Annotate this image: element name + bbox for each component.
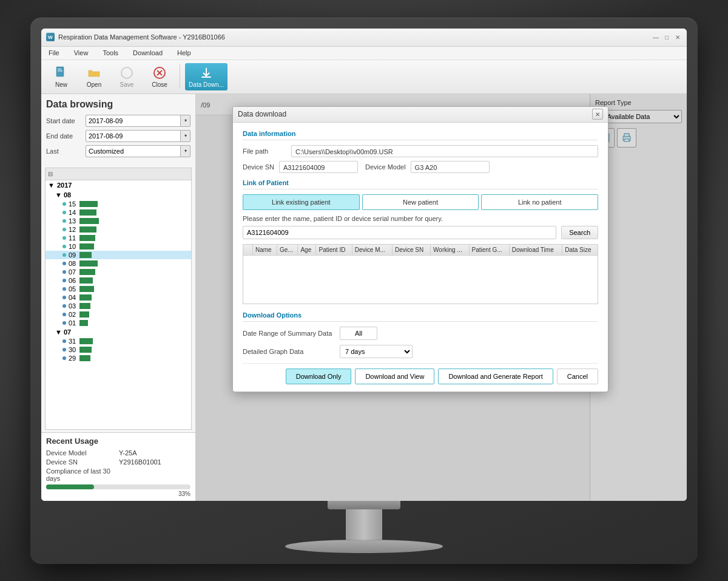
cancel-button[interactable]: Cancel [557, 369, 598, 384]
last-input[interactable] [86, 145, 181, 157]
minimize-button[interactable]: — [652, 33, 660, 41]
tree-day-01[interactable]: 01 [46, 319, 191, 327]
col-data-size[interactable]: Data Size [562, 244, 598, 255]
day-dot-31 [62, 339, 66, 343]
new-button[interactable]: New [46, 63, 76, 90]
tree-day-08[interactable]: 08 [46, 259, 191, 268]
open-label: Open [87, 81, 101, 88]
day-bar-09 [79, 252, 92, 258]
tree-day-05[interactable]: 05 [46, 285, 191, 293]
col-gender[interactable]: Ge... [277, 244, 298, 255]
day-dot-29 [62, 356, 66, 360]
day-bar-03 [79, 303, 90, 309]
col-age[interactable]: Age [298, 244, 316, 255]
save-icon [120, 66, 134, 80]
col-working[interactable]: Working ... [431, 244, 469, 255]
close-button[interactable]: Close [144, 63, 175, 90]
menu-help[interactable]: Help [175, 48, 194, 58]
day-bar-10 [79, 243, 94, 250]
tab-new-patient[interactable]: New patient [362, 194, 479, 210]
tree-day-02[interactable]: 02 [46, 310, 191, 319]
menu-tools[interactable]: Tools [100, 48, 121, 58]
tree-day-11[interactable]: 11 [46, 234, 191, 242]
start-date-arrow[interactable]: ▾ [181, 115, 190, 127]
tree-day-09[interactable]: 09 [46, 251, 191, 259]
day-dot-15 [62, 202, 66, 206]
day-dot-11 [62, 236, 66, 240]
day-dot-13 [62, 219, 66, 223]
tree-day-12[interactable]: 12 [46, 225, 191, 234]
patient-tabs: Link existing patient New patient Link n… [243, 194, 598, 210]
tree-day-04[interactable]: 04 [46, 293, 191, 302]
new-icon [54, 66, 69, 80]
tree-day-07[interactable]: 07 [46, 268, 191, 276]
tree-year-2017[interactable]: ▼ 2017 [46, 180, 191, 190]
col-sort[interactable] [243, 244, 253, 255]
tree-day-13[interactable]: 13 [46, 217, 191, 225]
menu-bar: File View Tools Download Help [41, 47, 687, 60]
window-controls: — □ ✕ [652, 33, 682, 41]
tab-link-no-patient[interactable]: Link no patient [481, 194, 598, 210]
day-dot-05 [62, 287, 66, 291]
maximize-button[interactable]: □ [662, 33, 671, 41]
end-date-input[interactable] [86, 130, 181, 142]
main-content: Data browsing Start date ▾ End date [41, 94, 687, 501]
day-bar-30 [79, 347, 92, 353]
tree-day-14[interactable]: 14 [46, 208, 191, 217]
patient-search-button[interactable]: Search [561, 226, 598, 239]
tree-day-15[interactable]: 15 [46, 200, 191, 208]
col-device-m[interactable]: Device M... [352, 244, 392, 255]
dialog-body: Data information File path C:\Users\\Des… [233, 123, 608, 392]
col-patient-g[interactable]: Patient G... [469, 244, 509, 255]
tree-day-06[interactable]: 06 [46, 276, 191, 285]
tree-day-29[interactable]: 29 [46, 354, 191, 362]
device-model-label: Device Model [46, 449, 119, 457]
compliance-bar-container [46, 484, 190, 489]
monitor-screen: W Respiration Data Management Software -… [41, 29, 687, 501]
app-close-button[interactable]: ✕ [673, 33, 682, 41]
col-download-time[interactable]: Download Time [509, 244, 562, 255]
tree-day-03[interactable]: 03 [46, 302, 191, 310]
tree-view[interactable]: ⊟ ▼ 2017 ▼ 08 15 14 13 12 11 10 [45, 168, 192, 430]
download-only-button[interactable]: Download Only [286, 369, 352, 384]
col-patient-id[interactable]: Patient ID [316, 244, 352, 255]
patient-search-input[interactable] [243, 226, 556, 239]
monitor-base [285, 540, 443, 553]
file-path-label: File path [243, 148, 291, 155]
compliance-value: 33% [46, 491, 190, 497]
title-bar-left: W Respiration Data Management Software -… [46, 33, 225, 41]
download-options-title: Download Options [243, 311, 598, 322]
svg-rect-2 [58, 70, 62, 72]
end-date-label: End date [46, 132, 86, 140]
download-report-button[interactable]: Download and Generate Report [438, 369, 553, 384]
tree-day-10[interactable]: 10 [46, 242, 191, 251]
menu-download[interactable]: Download [130, 48, 165, 58]
download-view-button[interactable]: Download and View [355, 369, 434, 384]
data-download-label: Data Down... [189, 81, 224, 88]
data-download-button[interactable]: Data Down... [185, 63, 228, 90]
last-arrow[interactable]: ▾ [181, 145, 190, 157]
menu-file[interactable]: File [46, 48, 62, 58]
last-label: Last [46, 148, 86, 155]
day-dot-09 [62, 253, 66, 257]
device-sn-item: Device SN A3121604009 [243, 161, 358, 173]
menu-view[interactable]: View [72, 48, 91, 58]
toolbar: New Open Save [41, 60, 687, 94]
col-device-sn[interactable]: Device SN [393, 244, 431, 255]
date-range-all-button[interactable]: All [340, 327, 377, 340]
tree-day-30[interactable]: 30 [46, 345, 191, 354]
end-date-input-wrapper: ▾ [86, 130, 190, 142]
start-date-input[interactable] [86, 115, 181, 127]
detailed-graph-select[interactable]: 7 days 14 days 30 days All [340, 345, 413, 358]
tab-link-existing[interactable]: Link existing patient [243, 194, 360, 210]
end-date-arrow[interactable]: ▾ [181, 130, 190, 142]
open-button[interactable]: Open [79, 63, 109, 90]
data-download-icon [199, 66, 214, 80]
col-name[interactable]: Name [253, 244, 277, 255]
tree-day-31[interactable]: 31 [46, 337, 191, 345]
tree-month-08[interactable]: ▼ 08 [46, 190, 191, 200]
tree-month-07[interactable]: ▼ 07 [46, 327, 191, 337]
dialog-close-button[interactable]: ✕ [592, 109, 603, 120]
save-button[interactable]: Save [112, 63, 142, 90]
title-bar: W Respiration Data Management Software -… [41, 29, 687, 47]
